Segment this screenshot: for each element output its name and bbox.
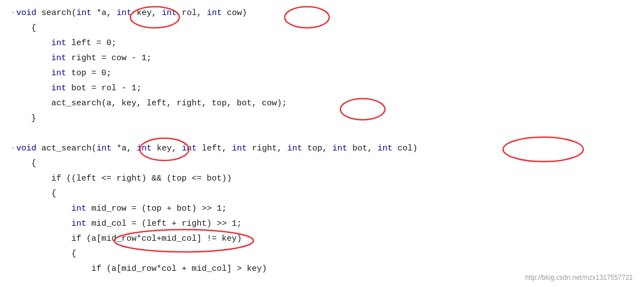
- kw-int-right: int: [51, 51, 66, 66]
- code-line-6: int bot = rol - 1;: [11, 81, 633, 96]
- plain-10d: left,: [197, 141, 232, 156]
- plain-1d: rol,: [177, 6, 207, 21]
- fold-icon-1[interactable]: ▫: [11, 6, 15, 21]
- plain-11: {: [11, 156, 36, 171]
- code-line-9: [11, 126, 633, 141]
- plain-5a: [11, 66, 51, 81]
- code-line-1: ▫ void search(int *a, int key, int rol, …: [11, 6, 633, 21]
- plain-3b: left = 0;: [66, 36, 116, 51]
- plain-7a: act_search(a, key, left, right, top, bot…: [11, 96, 287, 111]
- kw-int-rol: int: [162, 6, 177, 21]
- kw-int-midrow: int: [71, 201, 86, 216]
- code-line-12: if ((left <= right) && (top <= bot)): [11, 171, 633, 186]
- code-line-13: {: [11, 186, 633, 201]
- code-line-3: int left = 0;: [11, 36, 633, 51]
- kw-int-a: int: [76, 6, 91, 21]
- plain-1b: *a,: [91, 6, 116, 21]
- kw-int-a2: int: [96, 141, 111, 156]
- plain-12: if ((left <= right) && (top <= bot)): [11, 171, 232, 186]
- code-line-14: int mid_row = (top + bot) >> 1;: [11, 201, 633, 216]
- plain-4b: right = cow - 1;: [66, 51, 152, 66]
- kw-void-2: void: [16, 141, 36, 156]
- code-line-5: int top = 0;: [11, 66, 633, 81]
- code-line-4: int right = cow - 1;: [11, 51, 633, 66]
- kw-int-bot2: int: [332, 141, 347, 156]
- plain-2: {: [11, 21, 36, 36]
- code-line-7: act_search(a, key, left, right, top, bot…: [11, 96, 633, 111]
- plain-17: {: [11, 246, 76, 261]
- kw-int-right2: int: [232, 141, 247, 156]
- kw-int-midcol: int: [71, 216, 86, 231]
- plain-8: }: [11, 111, 36, 126]
- plain-16: if (a[mid_row*col+mid_col] != key): [11, 231, 242, 246]
- code-area: ▫ void search(int *a, int key, int rol, …: [0, 0, 644, 282]
- plain-6a: [11, 81, 51, 96]
- kw-int-top: int: [51, 66, 66, 81]
- plain-10h: col): [392, 141, 417, 156]
- plain-14a: [11, 201, 71, 216]
- plain-3a: [11, 36, 51, 51]
- fold-icon-2[interactable]: ▫: [11, 141, 15, 156]
- plain-10g: bot,: [347, 141, 377, 156]
- plain-4a: [11, 51, 51, 66]
- code-line-16: if (a[mid_row*col+mid_col] != key): [11, 231, 633, 246]
- plain-10c: key,: [152, 141, 182, 156]
- code-line-17: {: [11, 246, 633, 261]
- plain-1c: key,: [131, 6, 162, 21]
- watermark: http://blog.csdn.net/mzx1317557721: [525, 274, 633, 281]
- kw-int-key2: int: [136, 141, 152, 156]
- plain-10e: right,: [247, 141, 287, 156]
- plain-15a: [11, 216, 71, 231]
- kw-int-bot: int: [51, 81, 66, 96]
- plain-18: if (a[mid_row*col + mid_col] > key): [11, 261, 267, 276]
- kw-int-key: int: [116, 6, 131, 21]
- code-line-11: {: [11, 156, 633, 171]
- plain-10b: *a,: [111, 141, 136, 156]
- kw-int-col: int: [377, 141, 392, 156]
- plain-15b: mid_col = (left + right) >> 1;: [86, 216, 242, 231]
- kw-int-top2: int: [287, 141, 302, 156]
- kw-void-1: void: [16, 6, 36, 21]
- code-line-15: int mid_col = (left + right) >> 1;: [11, 216, 633, 231]
- kw-int-cow: int: [207, 6, 222, 21]
- code-line-8: }: [11, 111, 633, 126]
- plain-14b: mid_row = (top + bot) >> 1;: [86, 201, 227, 216]
- code-line-10: ▫ void act_search(int *a, int key, int l…: [11, 141, 633, 156]
- kw-int-left2: int: [182, 141, 197, 156]
- plain-10f: top,: [302, 141, 332, 156]
- code-line-2: {: [11, 21, 633, 36]
- plain-6b: bot = rol - 1;: [66, 81, 142, 96]
- kw-int-left: int: [51, 36, 66, 51]
- plain-10a: act_search(: [36, 141, 96, 156]
- plain-5b: top = 0;: [66, 66, 111, 81]
- plain-9: [11, 126, 16, 141]
- plain-1: search(: [36, 6, 76, 21]
- plain-13: {: [11, 186, 56, 201]
- plain-1e: cow): [222, 6, 247, 21]
